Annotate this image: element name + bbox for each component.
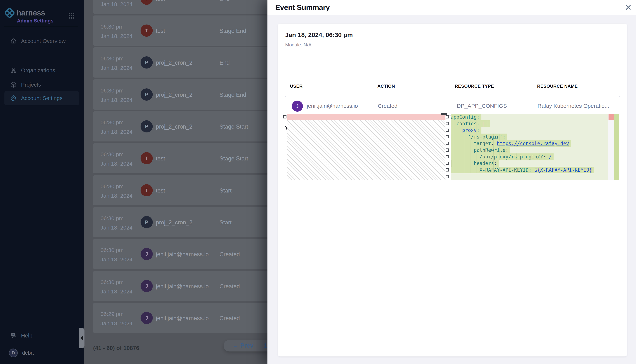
row-action: End — [220, 0, 230, 2]
sidebar-item-account-settings[interactable]: Account Settings — [5, 91, 79, 105]
diff-expand-marker[interactable] — [283, 115, 286, 118]
row-name: jenil.jain@harness.io — [156, 315, 209, 322]
avatar: P — [141, 120, 153, 132]
table-row[interactable]: 06:30 pm Jan 18, 2024 J jenil.jain@harne… — [93, 271, 270, 301]
pagination-pill: ← Prev 1 — [224, 340, 272, 352]
row-action: Stage Start — [220, 155, 248, 162]
diff-overview-ruler — [608, 114, 614, 180]
table-row[interactable]: 06:30 pm Jan 18, 2024 T test Start — [93, 175, 270, 206]
pagination-range: (41 - 60) of 10876 — [93, 345, 139, 352]
sidebar-collapse-handle[interactable] — [79, 328, 85, 348]
apps-grid-icon[interactable] — [69, 13, 75, 19]
avatar: P — [141, 88, 153, 100]
sidebar-item-label: Account Settings — [21, 95, 63, 101]
yaml-line: pathRewrite: — [446, 147, 608, 154]
row-action: Stage End — [220, 28, 246, 34]
row-time: 06:30 pm — [101, 279, 124, 285]
table-row[interactable]: 06:30 pm Jan 18, 2024 P proj_2_cron_2 En… — [93, 47, 270, 78]
user-name: deba — [22, 350, 34, 356]
sidebar-footer-divider — [5, 323, 78, 323]
avatar: J — [141, 248, 153, 260]
yaml-line: configs: |- — [446, 120, 608, 127]
avatar: T — [141, 24, 153, 37]
yaml-line: /api/proxy/rs-plugin/?: / — [446, 154, 608, 160]
row-action: End — [220, 60, 230, 66]
table-row[interactable]: 06:30 pm Jan 18, 2024 T test Stage End — [93, 16, 270, 46]
row-name: jenil.jain@harness.io — [156, 283, 209, 290]
diff-pane-divider[interactable] — [441, 113, 442, 355]
row-action: Created — [220, 283, 240, 290]
table-row[interactable]: 06:30 pm Jan 18, 2024 J jenil.jain@harne… — [93, 239, 270, 269]
table-row[interactable]: 06:30 pm Jan 18, 2024 P proj_2_cron_2 St… — [93, 111, 270, 142]
diff-line-marker[interactable] — [446, 168, 449, 172]
close-icon — [625, 4, 631, 11]
row-time: 06:30 pm — [101, 215, 124, 222]
avatar: T — [141, 0, 153, 5]
logo-text: harness — [17, 8, 45, 17]
target-url-link[interactable]: https://console.rafay.dev — [497, 141, 569, 146]
collapse-arrow-icon — [80, 336, 83, 340]
avatar: J — [141, 280, 153, 292]
drawer-title: Event Summary — [275, 3, 330, 12]
sidebar: harness Admin Settings Account Overview … — [0, 0, 84, 364]
diff-line-marker[interactable] — [446, 155, 449, 158]
row-action: Stage End — [220, 92, 246, 98]
cube-icon — [10, 82, 17, 88]
user-menu[interactable]: D deba — [5, 346, 60, 360]
diff-line-marker[interactable] — [446, 122, 449, 125]
row-date: Jan 18, 2024 — [101, 224, 132, 231]
diff-line-marker[interactable] — [446, 148, 449, 152]
table-row[interactable]: 06:30 pm Jan 18, 2024 T test Stage Start — [93, 143, 270, 173]
row-date: Jan 18, 2024 — [101, 129, 132, 135]
page-1-button[interactable]: 1 — [264, 342, 267, 349]
table-row[interactable]: Jan 18, 2024 T test End — [93, 0, 270, 14]
event-user: jenil.jain@harness.io — [307, 103, 358, 109]
diff-line-marker[interactable] — [446, 142, 449, 145]
row-action: Start — [220, 187, 232, 194]
row-date: Jan 18, 2024 — [101, 65, 132, 71]
table-row[interactable]: 06:30 pm Jan 18, 2024 P proj_2_cron_2 St… — [93, 207, 270, 237]
row-name: proj_2_cron_2 — [156, 219, 192, 226]
row-action: Created — [220, 315, 240, 322]
yaml-line: X-RAFAY-API-KEYID: ${X-RAFAY-API-KEYID} — [446, 167, 608, 173]
diff-line-marker[interactable] — [446, 128, 449, 132]
home-icon — [10, 38, 17, 44]
sidebar-item-projects[interactable]: Projects — [5, 78, 79, 92]
diff-line-marker[interactable] — [446, 175, 449, 178]
avatar: P — [141, 56, 153, 68]
row-time: 06:30 pm — [101, 24, 124, 30]
help-button[interactable]: ? Help — [5, 329, 60, 342]
close-button[interactable] — [624, 3, 633, 12]
sidebar-item-organizations[interactable]: Organizations — [5, 63, 79, 78]
prev-page-button[interactable]: ← Prev — [233, 342, 254, 349]
yaml-line: appConfig: — [446, 114, 608, 120]
column-header-action: ACTION — [377, 84, 395, 89]
sidebar-item-label: Account Overview — [21, 38, 66, 44]
yaml-line: proxy: — [446, 127, 608, 134]
row-name: proj_2_cron_2 — [156, 60, 192, 66]
sidebar-item-label: Projects — [21, 82, 41, 88]
diff-line-marker[interactable] — [446, 162, 449, 165]
row-date: Jan 18, 2024 — [101, 288, 132, 295]
row-date: Jan 18, 2024 — [101, 33, 132, 39]
audit-table: Jan 18, 2024 T test End 06:30 pm Jan 18,… — [84, 0, 269, 364]
gear-icon — [10, 95, 17, 101]
diff-line-marker[interactable] — [446, 135, 449, 138]
column-header-resource-type: RESOURCE TYPE — [455, 84, 494, 89]
row-date: Jan 18, 2024 — [101, 256, 132, 263]
table-row[interactable]: 06:29 pm Jan 18, 2024 J jenil.jain@harne… — [93, 303, 270, 333]
table-row[interactable]: 06:30 pm Jan 18, 2024 P proj_2_cron_2 St… — [93, 80, 270, 110]
avatar: T — [141, 152, 153, 164]
column-header-user: USER — [290, 84, 303, 89]
diff-line-marker[interactable] — [446, 115, 449, 118]
event-timestamp: Jan 18, 2024, 06:30 pm — [285, 31, 353, 38]
row-name: test — [156, 155, 165, 162]
row-date: Jan 18, 2024 — [101, 161, 132, 167]
avatar: P — [141, 216, 153, 228]
diff-empty-filler — [287, 120, 446, 180]
row-action: Created — [220, 251, 240, 258]
sidebar-item-account-overview[interactable]: Account Overview — [5, 34, 79, 48]
row-time: 06:29 pm — [101, 311, 124, 317]
row-name: test — [156, 187, 165, 194]
yaml-line: '/rs-plugin': — [446, 134, 608, 140]
